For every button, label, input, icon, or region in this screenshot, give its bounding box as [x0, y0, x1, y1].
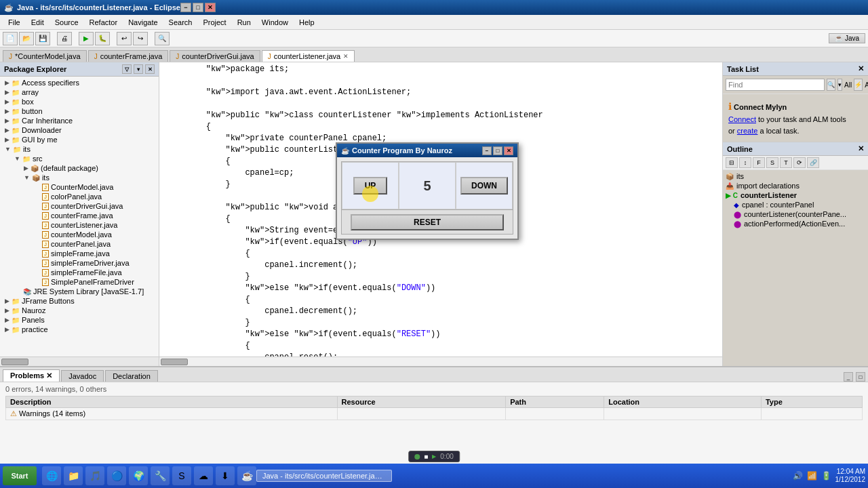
sidebar-item[interactable]: JcounterPanel.java	[0, 239, 159, 249]
expand-arrow-icon[interactable]: ▼	[5, 146, 11, 152]
tb-open[interactable]: 📂	[19, 32, 34, 45]
sidebar-item[interactable]: ▶📁button	[0, 106, 159, 116]
editor-hscroll[interactable]	[159, 357, 722, 366]
code-line[interactable]: "kw">else "kw">if(event.equals("DOWN"))	[159, 283, 722, 294]
find-input[interactable]	[726, 79, 825, 91]
code-line[interactable]	[159, 75, 722, 87]
menu-file[interactable]: File	[3, 17, 26, 28]
sidebar-item[interactable]: ▶📁box	[0, 97, 159, 106]
code-line[interactable]: }	[159, 317, 722, 329]
code-line[interactable]: cpanel.increment();	[159, 260, 722, 271]
expand-arrow-icon[interactable]: ▶	[5, 136, 9, 143]
sidebar-item[interactable]: JcounterDriverGui.java	[0, 201, 159, 211]
code-line[interactable]: }	[159, 271, 722, 283]
tab-problems[interactable]: Problems ✕	[3, 369, 60, 382]
activate-btn[interactable]: ⚡	[854, 79, 863, 91]
outline-item-class[interactable]: ▶ C counterListener	[723, 190, 868, 200]
menu-window[interactable]: Window	[256, 17, 294, 28]
up-button[interactable]: UP	[353, 177, 387, 195]
perspective-java-btn[interactable]: ☕ Java	[829, 33, 865, 43]
taskbar-tool-icon[interactable]: 🔧	[151, 466, 170, 485]
sidebar-menu-btn[interactable]: ▾	[134, 64, 143, 74]
sidebar-item[interactable]: ▶📁Downloader	[0, 125, 159, 135]
sidebar-item[interactable]: ▶📁practice	[0, 325, 159, 334]
expand-arrow-icon[interactable]: ▼	[14, 155, 20, 162]
code-line[interactable]: cpanel.decrement();	[159, 306, 722, 317]
outline-sort-btn[interactable]: ↕	[739, 157, 751, 168]
tab-counter-frame[interactable]: J counterFrame.java	[88, 50, 169, 62]
expand-arrow-icon[interactable]: ▶	[5, 317, 9, 323]
tb-debug[interactable]: 🐛	[95, 32, 110, 45]
taskbar-ie-icon[interactable]: 🌐	[42, 466, 61, 485]
sidebar-item[interactable]: ▶📁Nauroz	[0, 306, 159, 315]
tb-undo[interactable]: ↩	[117, 32, 132, 45]
find-search-btn[interactable]: 🔍	[827, 79, 835, 91]
expand-arrow-icon[interactable]: ▶	[5, 298, 9, 304]
sidebar-item[interactable]: JsimpleFrameDriver.java	[0, 258, 159, 268]
expand-arrow-icon[interactable]: ▶	[5, 307, 9, 314]
close-button[interactable]: ✕	[205, 3, 216, 12]
menu-edit[interactable]: Edit	[26, 17, 50, 28]
expand-arrow-icon[interactable]: ▶	[5, 326, 9, 333]
sidebar-item[interactable]: JCounterModel.java	[0, 182, 159, 192]
menu-refactor[interactable]: Refactor	[84, 17, 123, 28]
expand-arrow-icon[interactable]: ▼	[24, 174, 30, 181]
expand-arrow-icon[interactable]: ▶	[5, 89, 9, 96]
tab-declaration[interactable]: Declaration	[105, 370, 158, 382]
tb-print[interactable]: 🖨	[57, 32, 72, 45]
sidebar-item[interactable]: JcounterListener.java	[0, 220, 159, 230]
outline-collapse-btn[interactable]: ⊟	[726, 157, 738, 168]
taskbar-cloud-icon[interactable]: ☁	[194, 466, 213, 485]
dialog-close-btn[interactable]: ✕	[504, 146, 513, 155]
find-all-btn[interactable]: ▾	[837, 79, 842, 91]
expand-arrow-icon[interactable]: ▶	[5, 108, 9, 115]
bottom-panel-minimize[interactable]: _	[844, 372, 853, 382]
reset-button[interactable]: RESET	[351, 214, 505, 230]
maximize-button[interactable]: □	[193, 3, 203, 12]
code-line[interactable]: cpanel.reset();	[159, 352, 722, 357]
taskbar-folder-icon[interactable]: 📁	[64, 466, 83, 485]
sidebar-item[interactable]: JsimpleFrame.java	[0, 249, 159, 258]
tb-save[interactable]: 💾	[35, 32, 50, 45]
outline-item-package[interactable]: 📦 its	[723, 171, 868, 181]
sidebar-close-btn[interactable]: ✕	[145, 64, 155, 74]
sidebar-item[interactable]: ▶📁array	[0, 87, 159, 97]
sidebar-item[interactable]: ▼📦its	[0, 173, 159, 182]
sidebar-item[interactable]: JcolorPanel.java	[0, 192, 159, 201]
sidebar-item[interactable]: ▼📁src	[0, 154, 159, 163]
tab-counter-driver-gui[interactable]: J counterDriverGui.java	[170, 50, 260, 62]
code-line[interactable]: "kw">else "kw">if(event.equals("RESET"))	[159, 329, 722, 340]
dialog-minimize-btn[interactable]: −	[482, 146, 492, 155]
tb-redo[interactable]: ↪	[133, 32, 148, 45]
taskbar-skype-icon[interactable]: S	[172, 466, 191, 485]
table-row-warnings[interactable]: ⚠ Warnings (14 items)	[6, 408, 863, 420]
outline-hide-fields-btn[interactable]: F	[753, 157, 765, 168]
sidebar-item[interactable]: ▶📁Car Inheritance	[0, 116, 159, 125]
outline-item-method[interactable]: ⬤ actionPerformed(ActionEven...	[723, 219, 868, 228]
outline-hide-types-btn[interactable]: T	[780, 157, 792, 168]
connect-link[interactable]: Connect	[728, 115, 756, 123]
code-line[interactable]	[159, 98, 722, 110]
hscroll-thumb[interactable]	[1, 359, 28, 365]
sidebar-item[interactable]: ▶📁Access specifiers	[0, 78, 159, 87]
sidebar-item[interactable]: JcounterFrame.java	[0, 211, 159, 220]
menu-navigate[interactable]: Navigate	[123, 17, 163, 28]
expand-arrow-icon[interactable]: ▶	[5, 117, 9, 124]
tab-javadoc[interactable]: Javadoc	[61, 370, 104, 382]
menu-help[interactable]: Help	[294, 17, 320, 28]
expand-arrow-icon[interactable]: ▶	[5, 98, 9, 105]
dialog-maximize-btn[interactable]: □	[493, 146, 502, 155]
down-button[interactable]: DOWN	[460, 177, 508, 195]
outline-hide-static-btn[interactable]: S	[766, 157, 778, 168]
taskbar-active-window[interactable]: Java - its/src/its/counterListener.java …	[256, 470, 392, 482]
tab-close-icon[interactable]: ✕	[343, 53, 349, 60]
outline-close-btn[interactable]: ✕	[858, 144, 864, 153]
sidebar-collapse-btn[interactable]: ▽	[122, 64, 132, 74]
task-list-close-btn[interactable]: ✕	[858, 64, 864, 73]
tb-search[interactable]: 🔍	[155, 32, 170, 45]
tb-run[interactable]: ▶	[79, 32, 94, 45]
bottom-panel-maximize[interactable]: □	[856, 372, 865, 382]
tb-new[interactable]: 📄	[3, 32, 18, 45]
editor-hscroll-thumb[interactable]	[161, 359, 188, 365]
minimize-button[interactable]: −	[180, 3, 191, 12]
